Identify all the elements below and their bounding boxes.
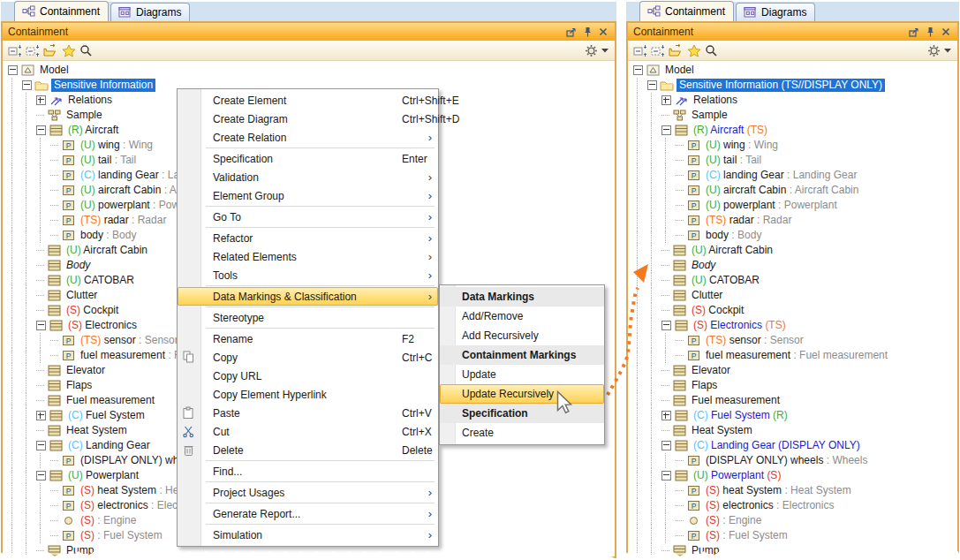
tree-item[interactable]: P(U) powerplant : Powerplant — [633, 198, 957, 213]
pin-icon[interactable] — [923, 26, 936, 38]
tree-item[interactable]: Sample — [633, 108, 957, 123]
collapse-icon[interactable] — [661, 441, 671, 450]
dropdown-caret-icon[interactable] — [601, 43, 609, 58]
tab-diagrams[interactable]: Diagrams — [736, 3, 815, 21]
collapse-icon[interactable] — [36, 125, 46, 135]
tree-item[interactable]: (S) Electronics (TS) — [633, 318, 957, 333]
float-icon[interactable] — [564, 26, 578, 38]
menu-item-related-elements[interactable]: Related Elements› — [178, 247, 438, 266]
settings-gear-icon[interactable] — [583, 43, 600, 58]
tree-item[interactable]: (U) Powerplant (S) — [633, 468, 957, 483]
menu-item-validation[interactable]: Validation› — [178, 168, 438, 186]
menu-item-stereotype[interactable]: Stereotype — [178, 308, 438, 327]
tree-item[interactable]: P(S) heat System : Heat System — [633, 483, 957, 498]
tree-item[interactable]: Pbody : Body — [633, 228, 957, 243]
menu-item-paste[interactable]: PasteCtrl+V — [178, 404, 438, 422]
tree-item[interactable]: Model — [633, 63, 957, 78]
menu-item-go-to[interactable]: Go To› — [178, 208, 438, 226]
tree-item[interactable]: Fuel measurement — [633, 393, 957, 408]
tree-item[interactable]: Sensitive Information (TS//DISPLAY ONLY) — [633, 78, 957, 93]
menu-item-create-diagram[interactable]: Create DiagramCtrl+Shift+D — [178, 110, 438, 128]
submenu-item-update[interactable]: Update — [440, 365, 604, 384]
tree-item[interactable]: P(S) electronics : Electronics — [633, 498, 957, 513]
menu-item-data-markings-classification[interactable]: Data Markings & Classification› — [178, 287, 438, 306]
tab-containment[interactable]: Containment — [639, 1, 734, 21]
collapse-diagrams-icon[interactable] — [25, 43, 42, 58]
collapse-diagrams-icon[interactable] — [650, 43, 667, 58]
tree-item[interactable]: Elevator — [633, 363, 957, 378]
favorites-icon[interactable] — [60, 43, 77, 58]
expand-icon[interactable] — [661, 95, 671, 105]
tree-item[interactable]: Heat System — [633, 423, 957, 438]
open-in-containment-tree-icon[interactable] — [42, 43, 59, 58]
menu-item-create-relation[interactable]: Create Relation› — [178, 128, 438, 147]
menu-item-project-usages[interactable]: Project Usages› — [178, 483, 438, 502]
menu-item-find[interactable]: Find... — [178, 462, 438, 481]
collapse-icon[interactable] — [661, 125, 671, 135]
submenu-item-create[interactable]: Create — [440, 423, 604, 443]
menu-item-element-group[interactable]: Element Group› — [178, 186, 438, 205]
tree-item[interactable]: P(U) wing : Wing — [633, 138, 957, 153]
close-icon[interactable] — [939, 26, 952, 38]
tree-item[interactable]: Flaps — [633, 378, 957, 393]
open-in-containment-tree-icon[interactable] — [668, 43, 684, 58]
tree-item[interactable]: Clutter — [633, 288, 957, 303]
tree-item[interactable]: Pfuel measurement : Fuel measurement — [633, 348, 957, 363]
tree-item[interactable]: P(C) landing Gear : Landing Gear — [633, 168, 957, 183]
collapse-all-icon[interactable] — [7, 43, 24, 58]
tree-item[interactable]: (C) Fuel System (R) — [633, 408, 957, 423]
tree-item[interactable]: P(U) tail : Tail — [633, 153, 957, 168]
menu-item-cut[interactable]: CutCtrl+X — [178, 422, 438, 441]
settings-gear-icon[interactable] — [926, 43, 942, 58]
tree-item[interactable]: (U) CATOBAR — [633, 273, 957, 288]
tree-item[interactable]: (R) Aircraft (TS) — [633, 123, 957, 138]
collapse-icon[interactable] — [633, 65, 643, 75]
tree-item[interactable]: (S) Cockpit — [633, 303, 957, 318]
menu-item-copy-element-hyperlink[interactable]: Copy Element Hyperlink — [178, 385, 438, 404]
menu-item-simulation[interactable]: Simulation› — [178, 526, 438, 544]
dropdown-caret-icon[interactable] — [943, 43, 952, 58]
menu-item-rename[interactable]: RenameF2 — [178, 329, 438, 348]
collapse-icon[interactable] — [22, 80, 32, 90]
tree-item[interactable]: Relations — [633, 93, 957, 108]
tab-diagrams[interactable]: Diagrams — [110, 3, 190, 21]
menu-item-copy[interactable]: CopyCtrl+C — [178, 348, 438, 367]
menu-item-specification[interactable]: SpecificationEnter — [178, 149, 438, 168]
tree-item[interactable]: P(TS) radar : Radar — [633, 213, 957, 228]
quick-search-icon[interactable] — [703, 43, 720, 58]
tree-item[interactable]: (C) Landing Gear (DISPLAY ONLY) — [633, 438, 957, 453]
expand-icon[interactable] — [36, 411, 46, 420]
menu-item-create-element[interactable]: Create ElementCtrl+Shift+E — [178, 91, 438, 110]
close-icon[interactable] — [596, 26, 609, 38]
expand-icon[interactable] — [36, 95, 46, 105]
tree-item[interactable]: P(DISPLAY ONLY) wheels : Wheels — [633, 453, 957, 468]
tree-item[interactable]: P(TS) sensor : Sensor — [633, 333, 957, 348]
tree-item[interactable]: (U) Aircraft Cabin — [633, 243, 957, 258]
collapse-icon[interactable] — [8, 65, 18, 75]
menu-item-tools[interactable]: Tools› — [178, 266, 438, 284]
float-icon[interactable] — [907, 26, 920, 38]
tree-item[interactable]: Model — [8, 63, 615, 78]
tree-item[interactable]: (S) : Engine — [633, 513, 957, 528]
menu-item-refactor[interactable]: Refactor› — [178, 229, 438, 247]
quick-search-icon[interactable] — [78, 43, 94, 58]
menu-item-generate-report[interactable]: Generate Report...› — [178, 504, 438, 523]
submenu-item-add-recursively[interactable]: Add Recursively — [440, 326, 604, 345]
menu-item-delete[interactable]: DeleteDelete — [178, 441, 438, 459]
collapse-icon[interactable] — [36, 471, 46, 481]
tree-item[interactable]: Body — [633, 258, 957, 273]
tree-item[interactable]: P(S) : Fuel System — [633, 528, 957, 543]
menu-item-copy-url[interactable]: Copy URL — [178, 367, 438, 385]
tree-guide — [8, 183, 22, 198]
collapse-icon[interactable] — [36, 321, 46, 330]
tree-item[interactable]: P(U) aircraft Cabin : Aircraft Cabin — [633, 183, 957, 198]
favorites-icon[interactable] — [685, 43, 702, 58]
collapse-all-icon[interactable] — [632, 43, 649, 58]
tab-containment[interactable]: Containment — [14, 1, 109, 21]
collapse-icon[interactable] — [661, 471, 671, 481]
collapse-icon[interactable] — [36, 441, 46, 450]
submenu-item-add-remove[interactable]: Add/Remove — [440, 306, 604, 326]
pin-icon[interactable] — [580, 26, 593, 38]
submenu-item-update-recursively[interactable]: Update Recursively — [440, 384, 604, 404]
collapse-icon[interactable] — [647, 80, 657, 90]
